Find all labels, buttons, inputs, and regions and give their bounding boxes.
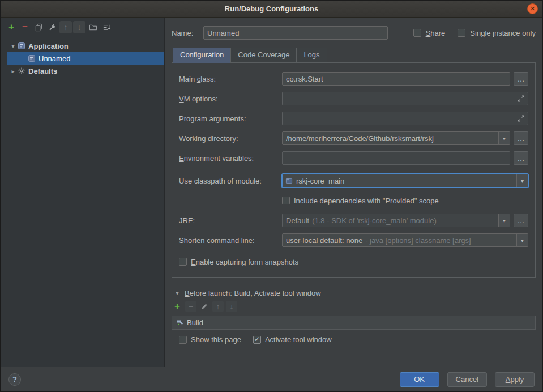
- before-launch-move-up-button[interactable]: ↑: [212, 301, 224, 312]
- dropdown-arrow-icon[interactable]: ▾: [516, 234, 528, 246]
- include-provided-label[interactable]: Include dependencies with "Provided" sco…: [294, 197, 439, 205]
- activate-tool-window-checkbox[interactable]: [253, 336, 261, 344]
- new-folder-button[interactable]: [87, 21, 99, 33]
- before-launch-item-build[interactable]: Build: [172, 316, 535, 329]
- module-icon: [285, 177, 293, 185]
- share-label[interactable]: Share: [426, 29, 446, 37]
- main-class-browse-button[interactable]: …: [514, 72, 528, 86]
- shorten-command-line-hint: - java [options] classname [args]: [365, 236, 471, 245]
- dropdown-arrow-icon[interactable]: ▾: [498, 132, 510, 144]
- environment-variables-label: Environment variables:: [179, 154, 282, 163]
- before-launch-move-down-button[interactable]: ↓: [226, 301, 237, 312]
- program-arguments-field[interactable]: [282, 112, 528, 125]
- before-launch-options: Show this page Activate tool window: [172, 335, 536, 344]
- main-class-input[interactable]: [282, 72, 510, 86]
- remove-configuration-button[interactable]: −: [19, 21, 31, 33]
- sort-icon: [102, 23, 111, 32]
- wrench-icon: [48, 23, 57, 32]
- name-input[interactable]: [203, 26, 388, 40]
- activate-tool-window-label[interactable]: Activate tool window: [265, 335, 332, 344]
- dialog-footer: ? OK Cancel Apply: [1, 367, 542, 391]
- single-instance-label[interactable]: Single instance only: [470, 29, 536, 37]
- tab-logs[interactable]: Logs: [296, 48, 327, 62]
- capture-snapshots-label[interactable]: Enable capturing form snapshots: [191, 258, 298, 266]
- program-arguments-input[interactable]: [283, 114, 517, 123]
- configuration-tab-panel: Main class: … VM options:: [172, 62, 536, 278]
- shorten-command-line-value: user-local default: none: [283, 236, 362, 245]
- header-checkboxes: Share Single instance only: [413, 29, 536, 37]
- before-launch-header[interactable]: ▾ Before launch: Build, Activate tool wi…: [172, 289, 536, 297]
- tree-item-unnamed[interactable]: Unnamed: [7, 52, 164, 65]
- vm-options-row: VM options:: [179, 92, 528, 105]
- before-launch-remove-button[interactable]: −: [185, 301, 196, 312]
- expand-icon[interactable]: [517, 95, 525, 103]
- ellipsis-icon: …: [518, 75, 525, 83]
- tree-item-application[interactable]: ▾ Application: [1, 40, 164, 52]
- single-instance-checkbox[interactable]: [458, 29, 465, 37]
- share-checkbox[interactable]: [413, 29, 421, 37]
- tree-item-label: Defaults: [28, 67, 57, 75]
- chevron-right-icon[interactable]: ▸: [8, 68, 18, 74]
- environment-variables-row: Environment variables: …: [179, 151, 528, 165]
- show-this-page-label[interactable]: Show this page: [191, 335, 241, 344]
- working-directory-input[interactable]: [283, 134, 498, 143]
- plus-icon: +: [174, 301, 180, 312]
- name-label: Name:: [172, 29, 203, 37]
- dropdown-arrow-icon[interactable]: ▾: [498, 214, 510, 227]
- expand-icon[interactable]: [517, 114, 525, 122]
- application-icon: [28, 54, 36, 62]
- environment-variables-field[interactable]: [282, 151, 510, 165]
- add-configuration-button[interactable]: +: [5, 21, 18, 33]
- classpath-module-combobox[interactable]: rskj-core_main ▾: [282, 174, 528, 188]
- shorten-command-line-combobox[interactable]: user-local default: none - java [options…: [282, 233, 528, 247]
- dropdown-arrow-icon[interactable]: ▾: [516, 174, 528, 187]
- arrow-up-icon: ↑: [64, 23, 68, 32]
- titlebar[interactable]: Run/Debug Configurations ✕: [1, 1, 542, 18]
- tree-item-defaults[interactable]: ▸ Defaults: [1, 65, 164, 77]
- ellipsis-icon: …: [518, 216, 525, 225]
- jre-browse-button[interactable]: …: [514, 214, 528, 227]
- tab-bar: Configuration Code Coverage Logs: [172, 48, 536, 62]
- tab-code-coverage[interactable]: Code Coverage: [230, 48, 297, 62]
- dialog-title: Run/Debug Configurations: [225, 5, 318, 13]
- tab-configuration[interactable]: Configuration: [173, 48, 231, 63]
- jre-label: JRE:: [179, 216, 282, 225]
- vm-options-input[interactable]: [283, 95, 517, 103]
- before-launch-edit-button[interactable]: [199, 301, 210, 312]
- capture-snapshots-checkbox[interactable]: [179, 258, 187, 266]
- environment-variables-browse-button[interactable]: …: [514, 151, 528, 165]
- jre-value: Default: [283, 216, 309, 225]
- copy-configuration-button[interactable]: [32, 21, 45, 33]
- close-button[interactable]: ✕: [527, 3, 538, 14]
- include-provided-checkbox[interactable]: [282, 197, 290, 204]
- vm-options-label: VM options:: [179, 95, 282, 103]
- jre-combobox[interactable]: Default (1.8 - SDK of 'rskj-core_main' m…: [282, 214, 510, 227]
- edit-defaults-button[interactable]: [46, 21, 58, 33]
- gear-icon: [18, 67, 25, 75]
- vm-options-field[interactable]: [282, 92, 528, 105]
- name-row: Name: Share Single instance only: [172, 26, 536, 40]
- shorten-command-line-row: Shorten command line: user-local default…: [179, 233, 528, 247]
- ok-button[interactable]: OK: [400, 372, 439, 387]
- chevron-down-icon[interactable]: ▾: [173, 290, 182, 296]
- before-launch-add-button[interactable]: +: [172, 301, 183, 312]
- move-down-button[interactable]: ↓: [73, 21, 85, 33]
- working-directory-label: Working directory:: [179, 134, 282, 143]
- apply-button[interactable]: Apply: [495, 372, 535, 387]
- environment-variables-input[interactable]: [283, 154, 510, 163]
- arrow-down-icon: ↓: [230, 302, 234, 311]
- chevron-down-icon[interactable]: ▾: [8, 43, 18, 49]
- sort-configurations-button[interactable]: [100, 21, 113, 33]
- close-icon: ✕: [530, 5, 535, 12]
- before-launch-toolbar: + − ↑ ↓: [172, 297, 536, 314]
- jre-hint: (1.8 - SDK of 'rskj-core_main' module): [312, 216, 437, 225]
- application-icon: [18, 42, 25, 50]
- working-directory-browse-button[interactable]: …: [514, 131, 528, 145]
- cancel-button[interactable]: Cancel: [447, 372, 487, 387]
- dialog-body: + − ↑ ↓ ▾: [1, 18, 542, 367]
- show-this-page-checkbox[interactable]: [179, 336, 187, 344]
- working-directory-combobox[interactable]: ▾: [282, 131, 510, 145]
- move-up-button[interactable]: ↑: [59, 21, 72, 33]
- help-button[interactable]: ?: [8, 373, 21, 386]
- question-icon: ?: [12, 375, 17, 384]
